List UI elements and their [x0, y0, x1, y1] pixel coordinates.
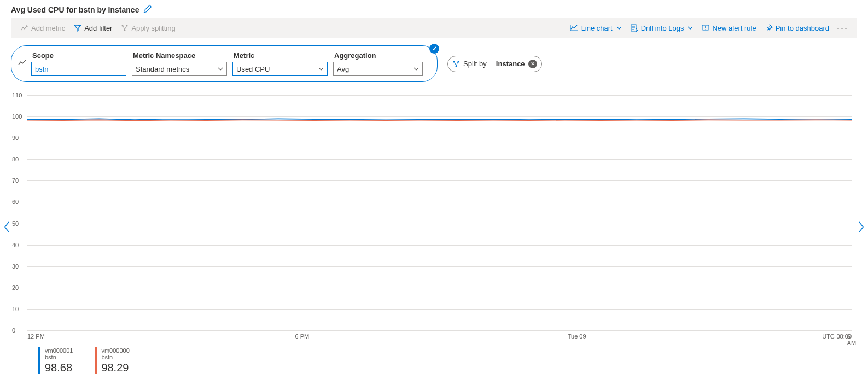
- scope-select[interactable]: bstn: [31, 62, 126, 76]
- legend-series-value: 98.68: [45, 361, 73, 374]
- aggregation-value: Avg: [337, 65, 349, 73]
- namespace-select[interactable]: Standard metrics: [132, 62, 227, 76]
- gridline: [27, 116, 852, 117]
- legend-series-sub: bstn: [45, 354, 73, 360]
- y-tick-label: 30: [12, 263, 19, 270]
- chevron-down-icon: [318, 66, 324, 72]
- gridline: [27, 138, 852, 138]
- new-alert-label: New alert rule: [712, 24, 756, 32]
- metric-value: Used CPU: [236, 65, 270, 73]
- split-icon: [452, 60, 460, 68]
- chevron-down-icon: [616, 25, 622, 31]
- gridline: [27, 245, 852, 246]
- legend-series-name: vm000001: [45, 347, 73, 354]
- apply-splitting-button[interactable]: Apply splitting: [116, 18, 179, 38]
- config-valid-icon: [429, 44, 439, 54]
- pin-dashboard-button[interactable]: Pin to dashboard: [761, 18, 834, 38]
- scope-label: Scope: [31, 51, 126, 60]
- gridline: [27, 159, 852, 160]
- legend-item[interactable]: vm000001bstn98.68: [38, 347, 73, 374]
- x-axis: UTC-08:00 12 PM6 PMTue 096 AM: [27, 330, 852, 342]
- aggregation-select[interactable]: Avg: [333, 62, 423, 76]
- metric-select[interactable]: Used CPU: [232, 62, 328, 76]
- drill-logs-label: Drill into Logs: [641, 24, 684, 32]
- legend-color-bar: [95, 347, 97, 374]
- legend-series-sub: bstn: [101, 354, 129, 360]
- page-title: Avg Used CPU for bstn by Instance: [11, 5, 139, 14]
- remove-split-icon[interactable]: ✕: [528, 60, 537, 68]
- gridline: [27, 95, 852, 96]
- toolbar: Add metric Add filter Apply splitting Li…: [11, 18, 857, 38]
- y-tick-label: 100: [12, 113, 22, 120]
- gridline: [27, 180, 852, 181]
- metric-label: Metric: [232, 51, 328, 60]
- add-filter-label: Add filter: [84, 24, 112, 32]
- y-tick-label: 10: [12, 306, 19, 312]
- line-chart-label: Line chart: [581, 24, 613, 32]
- new-alert-button[interactable]: New alert rule: [697, 18, 760, 38]
- gridline: [27, 288, 852, 288]
- x-tick-label: 6 AM: [847, 333, 857, 346]
- split-icon: [121, 24, 129, 32]
- add-metric-label: Add metric: [31, 24, 65, 32]
- chart-plot-area[interactable]: 0102030405060708090100110: [27, 95, 852, 330]
- legend-series-name: vm000000: [101, 347, 129, 354]
- drill-logs-button[interactable]: Drill into Logs: [626, 18, 698, 38]
- y-tick-label: 70: [12, 177, 19, 184]
- y-tick-label: 40: [12, 242, 19, 248]
- y-tick-label: 80: [12, 156, 19, 162]
- chart-legend: vm000001bstn98.68vm000000bstn98.29: [38, 347, 846, 374]
- y-tick-label: 50: [12, 220, 19, 227]
- aggregation-label: Aggregation: [333, 51, 423, 60]
- filter-icon: [74, 24, 81, 32]
- y-tick-label: 20: [12, 284, 19, 291]
- namespace-label: Metric Namespace: [132, 51, 227, 60]
- alert-icon: [702, 24, 709, 32]
- more-button[interactable]: ···: [834, 22, 852, 34]
- x-tick-label: 6 PM: [295, 333, 309, 340]
- namespace-value: Standard metrics: [136, 65, 189, 73]
- add-filter-button[interactable]: Add filter: [69, 18, 116, 38]
- split-prefix: Split by =: [463, 60, 493, 68]
- series-icon: [18, 60, 27, 68]
- y-tick-label: 90: [12, 135, 19, 141]
- apply-splitting-label: Apply splitting: [131, 24, 175, 32]
- add-metric-button[interactable]: Add metric: [16, 18, 69, 38]
- scope-value: bstn: [35, 65, 49, 73]
- split-by-pill[interactable]: Split by = Instance ✕: [447, 56, 542, 72]
- chevron-down-icon: [688, 25, 693, 31]
- logs-icon: [631, 24, 638, 32]
- chevron-down-icon: [413, 66, 419, 72]
- y-tick-label: 0: [12, 327, 15, 334]
- pin-dashboard-label: Pin to dashboard: [776, 24, 829, 32]
- gridline: [27, 266, 852, 267]
- metric-config-group: Scope bstn Metric Namespace Standard met…: [11, 45, 438, 82]
- next-timerange-button[interactable]: [857, 221, 865, 236]
- x-tick-label: 12 PM: [27, 333, 45, 340]
- chevron-down-icon: [218, 66, 223, 72]
- line-chart-button[interactable]: Line chart: [566, 18, 626, 38]
- gridline: [27, 202, 852, 202]
- gridline: [27, 224, 852, 224]
- gridline: [27, 309, 852, 310]
- legend-item[interactable]: vm000000bstn98.29: [95, 347, 129, 374]
- line-chart-icon: [570, 24, 579, 32]
- add-metric-icon: [21, 24, 28, 32]
- split-value: Instance: [496, 60, 525, 68]
- series-line: [27, 120, 852, 120]
- prev-timerange-button[interactable]: [3, 221, 11, 236]
- legend-color-bar: [38, 347, 40, 374]
- edit-title-icon[interactable]: [143, 4, 152, 15]
- legend-series-value: 98.29: [101, 361, 129, 374]
- y-tick-label: 110: [12, 92, 22, 98]
- series-line: [27, 119, 852, 120]
- pin-icon: [765, 24, 773, 32]
- y-tick-label: 60: [12, 199, 19, 205]
- x-tick-label: Tue 09: [568, 333, 586, 340]
